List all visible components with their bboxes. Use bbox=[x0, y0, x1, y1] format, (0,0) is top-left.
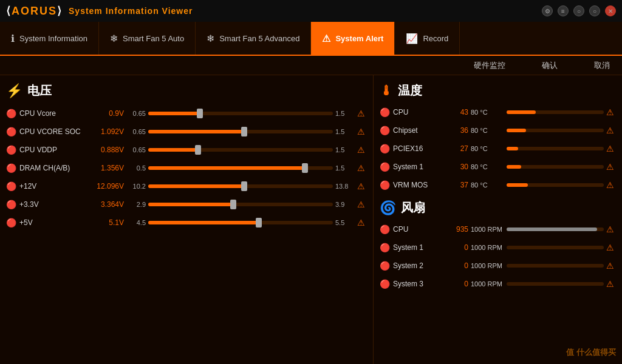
temp-row-icon-2: 🔴 bbox=[380, 144, 391, 153]
temp-section-title: 🌡 温度 bbox=[380, 83, 616, 99]
tab-system-info-label: System Information bbox=[19, 34, 87, 43]
slider-thumb-4 bbox=[241, 181, 247, 191]
row-value-6: 5.1V bbox=[89, 218, 124, 227]
fan-slider-track-2[interactable] bbox=[507, 264, 604, 268]
temp-slider-track-2[interactable] bbox=[507, 147, 604, 150]
cancel-btn[interactable]: 取消 bbox=[594, 60, 610, 71]
slider-fill-4 bbox=[148, 184, 244, 188]
slider-track-6[interactable] bbox=[148, 221, 333, 224]
row-label-1: CPU VCORE SOC bbox=[19, 127, 86, 136]
row-value-2: 0.888V bbox=[89, 146, 124, 154]
slider-min-0: 0.65 bbox=[126, 110, 146, 117]
voltage-rows: 🔴 CPU Vcore 0.9V 0.65 1.5 ⚠ 🔴 CPU VCORE … bbox=[6, 105, 367, 231]
minimize-btn[interactable]: ○ bbox=[573, 5, 584, 16]
aorus-logo: ⟨AORUS⟩ bbox=[6, 4, 63, 18]
slider-fill-6 bbox=[148, 221, 259, 224]
temp-slider-track-1[interactable] bbox=[507, 129, 604, 132]
temp-slider-track-4[interactable] bbox=[507, 183, 604, 187]
fan-row: 🔴 System 2 0 1000 RPM ⚠ bbox=[380, 257, 616, 274]
slider-track-2[interactable] bbox=[148, 148, 333, 152]
slider-track-3[interactable] bbox=[148, 166, 333, 170]
temp-row-value-1: 36 bbox=[450, 126, 468, 135]
temp-slider-track-0[interactable] bbox=[507, 110, 604, 114]
slider-fill-2 bbox=[148, 148, 198, 152]
temp-row: 🔴 System 1 30 80 °C ⚠ bbox=[380, 158, 616, 175]
tab-record[interactable]: 📈 Record bbox=[395, 22, 460, 55]
fan-row-value-0: 935 bbox=[450, 225, 468, 234]
fan-row-value-2: 0 bbox=[450, 261, 468, 270]
slider-min-2: 0.65 bbox=[126, 146, 146, 153]
alert-icon-0: ⚠ bbox=[357, 109, 367, 118]
voltage-section-title: ⚡ 电压 bbox=[6, 83, 367, 99]
slider-track-4[interactable] bbox=[148, 184, 333, 188]
temp-row-label-2: PCIEX16 bbox=[393, 144, 448, 153]
tab-system-alert[interactable]: ⚠ System Alert bbox=[311, 22, 395, 55]
temp-row-label-4: VRM MOS bbox=[393, 181, 448, 189]
fan-alert-icon-3: ⚠ bbox=[606, 279, 616, 289]
title-bar: ⟨AORUS⟩ System Information Viewer ⚙ ≡ ○ … bbox=[0, 0, 622, 22]
slider-thumb-0 bbox=[197, 109, 203, 118]
settings-btn[interactable]: ⚙ bbox=[542, 5, 553, 16]
tab-record-label: Record bbox=[423, 34, 448, 43]
fan-slider-track-1[interactable] bbox=[507, 246, 604, 249]
slider-max-1: 1.5 bbox=[335, 128, 355, 135]
temp-icon: 🌡 bbox=[380, 83, 393, 99]
fan-slider-container-0 bbox=[507, 228, 604, 231]
fan-slider-fill-0 bbox=[507, 228, 597, 231]
temp-slider-container-3 bbox=[507, 165, 604, 169]
fan-slider-track-3[interactable] bbox=[507, 282, 604, 286]
fan-icon: 🌀 bbox=[380, 200, 396, 216]
slider-track-1[interactable] bbox=[148, 130, 333, 133]
temp-row-icon-4: 🔴 bbox=[380, 180, 391, 190]
slider-track-0[interactable] bbox=[148, 112, 333, 115]
temp-row-unit-2: 80 °C bbox=[471, 145, 504, 152]
slider-track-5[interactable] bbox=[148, 203, 333, 206]
tab-smart-fan-advanced[interactable]: ❄ Smart Fan 5 Advanced bbox=[196, 22, 311, 55]
window-controls: ⚙ ≡ ○ ○ ✕ bbox=[542, 5, 616, 16]
row-value-4: 12.096V bbox=[89, 182, 124, 190]
fan-slider-track-0[interactable] bbox=[507, 228, 604, 231]
title-bar-left: ⟨AORUS⟩ System Information Viewer bbox=[6, 4, 193, 18]
tab-smart-fan-advanced-label: Smart Fan 5 Advanced bbox=[219, 34, 299, 43]
fan-row-unit-1: 1000 RPM bbox=[471, 244, 504, 251]
slider-max-3: 1.5 bbox=[335, 164, 355, 172]
fan-row-unit-2: 1000 RPM bbox=[471, 262, 504, 269]
fan-alert-icon-2: ⚠ bbox=[606, 261, 616, 271]
temp-slider-fill-4 bbox=[507, 183, 528, 187]
fan-alert-icon-0: ⚠ bbox=[606, 224, 616, 234]
fan-row-icon-3: 🔴 bbox=[380, 279, 391, 289]
left-panel: ⚡ 电压 🔴 CPU Vcore 0.9V 0.65 1.5 ⚠ 🔴 CPU V… bbox=[0, 75, 374, 364]
voltage-row: 🔴 CPU VCORE SOC 1.092V 0.65 1.5 ⚠ bbox=[6, 123, 367, 140]
slider-container-3: 0.5 1.5 bbox=[126, 164, 355, 172]
confirm-btn[interactable]: 确认 bbox=[542, 60, 558, 71]
temp-slider-track-3[interactable] bbox=[507, 165, 604, 169]
fan-row-label-3: System 3 bbox=[393, 280, 448, 288]
menu-btn[interactable]: ≡ bbox=[558, 5, 569, 16]
sub-header: 硬件监控 确认 取消 bbox=[0, 56, 622, 75]
close-btn[interactable]: ✕ bbox=[605, 5, 616, 16]
row-value-0: 0.9V bbox=[89, 109, 124, 118]
fan-row: 🔴 System 1 0 1000 RPM ⚠ bbox=[380, 239, 616, 256]
alert-icon-4: ⚠ bbox=[357, 181, 367, 191]
slider-max-6: 5.5 bbox=[335, 219, 355, 226]
tab-system-info[interactable]: ℹ System Information bbox=[0, 22, 99, 55]
temp-slider-container-0 bbox=[507, 110, 604, 114]
temp-row: 🔴 PCIEX16 27 80 °C ⚠ bbox=[380, 140, 616, 157]
maximize-btn[interactable]: ○ bbox=[589, 5, 600, 16]
temp-row-unit-3: 80 °C bbox=[471, 163, 504, 170]
slider-container-4: 10.2 13.8 bbox=[126, 183, 355, 190]
temp-row-unit-1: 80 °C bbox=[471, 127, 504, 134]
fan-slider-container-2 bbox=[507, 264, 604, 268]
temp-alert-icon-1: ⚠ bbox=[606, 126, 616, 135]
right-panel: 🌡 温度 🔴 CPU 43 80 °C ⚠ 🔴 Chipset 36 80 °C bbox=[374, 75, 622, 364]
temp-row-unit-0: 80 °C bbox=[471, 109, 504, 116]
fan-row-icon-0: 🔴 bbox=[380, 224, 391, 234]
temp-slider-container-4 bbox=[507, 183, 604, 187]
voltage-row: 🔴 +3.3V 3.364V 2.9 3.9 ⚠ bbox=[6, 196, 367, 213]
temp-row-value-4: 37 bbox=[450, 181, 468, 189]
temp-row-unit-4: 80 °C bbox=[471, 181, 504, 189]
slider-container-5: 2.9 3.9 bbox=[126, 201, 355, 208]
row-value-5: 3.364V bbox=[89, 200, 124, 209]
tab-smart-fan-auto[interactable]: ❄ Smart Fan 5 Auto bbox=[99, 22, 196, 55]
slider-thumb-1 bbox=[241, 127, 247, 136]
